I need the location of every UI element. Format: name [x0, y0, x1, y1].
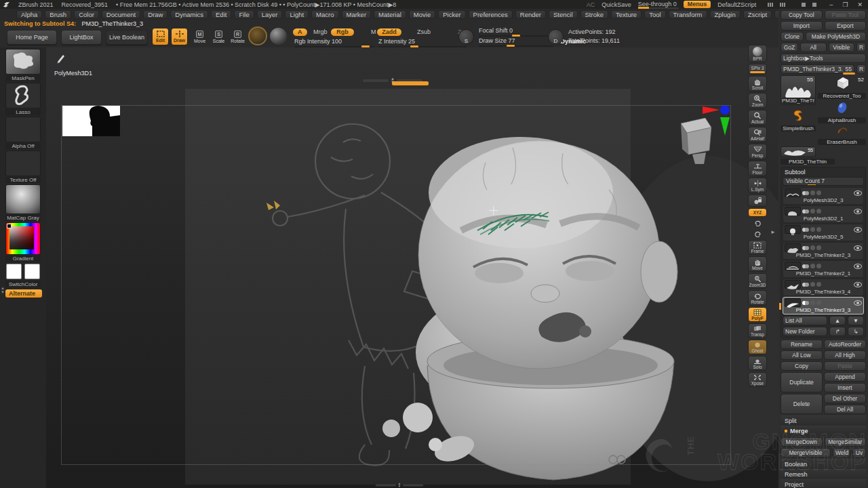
- gizmo-origin[interactable]: [720, 105, 730, 115]
- displacement-toggle-icon[interactable]: [816, 300, 821, 305]
- bpr-button[interactable]: BPR: [748, 45, 767, 62]
- spix-slider[interactable]: SPix 3: [748, 64, 767, 75]
- all-low-button[interactable]: All Low: [781, 350, 823, 360]
- see-through-slider[interactable]: See-through 0: [638, 1, 677, 9]
- cascade-right-icon[interactable]: [812, 3, 821, 7]
- gizmo-y-axis[interactable]: [720, 117, 730, 136]
- menu-stencil[interactable]: Stencil: [549, 10, 578, 19]
- all-high-button[interactable]: All High: [824, 350, 866, 360]
- default-zscript-button[interactable]: DefaultZScript: [717, 1, 756, 8]
- lightbox-button[interactable]: LightBox: [61, 30, 102, 45]
- live-boolean-button[interactable]: Live Boolean: [106, 30, 148, 45]
- menu-light[interactable]: Light: [285, 10, 309, 19]
- visibility-eye-icon[interactable]: [854, 300, 862, 306]
- uv-toggle-icon[interactable]: [810, 282, 815, 287]
- current-brush-preview[interactable]: [248, 26, 267, 45]
- paste-subtool-button[interactable]: Paste: [824, 361, 866, 371]
- uv-toggle[interactable]: Uv: [852, 448, 866, 458]
- zoom-button[interactable]: Zoom: [748, 93, 767, 108]
- edit-button[interactable]: Edit: [152, 28, 169, 45]
- left-tray-handle[interactable]: ▲▼: [0, 286, 5, 294]
- subtool-down-button[interactable]: ▼: [848, 316, 864, 325]
- visible-count-slider[interactable]: Visible Count 7: [783, 177, 864, 186]
- mergesimilar-button[interactable]: MergeSimilar: [825, 437, 867, 447]
- new-folder-button[interactable]: New Folder: [783, 327, 827, 336]
- uv-toggle-icon[interactable]: [810, 190, 815, 195]
- focal-shift-slider[interactable]: Focal Shift 0: [479, 27, 553, 37]
- polypaint-toggle-icon[interactable]: [802, 246, 809, 250]
- displacement-toggle-icon[interactable]: [816, 264, 821, 268]
- alphabrush-icon[interactable]: [835, 101, 849, 115]
- current-stroke-preview[interactable]: [270, 28, 287, 45]
- menu-dynamics[interactable]: Dynamics: [170, 10, 208, 19]
- xyz-rotation-button[interactable]: XYZ: [748, 208, 767, 217]
- rename-button[interactable]: Rename: [781, 340, 823, 349]
- menu-transform[interactable]: Transform: [669, 10, 707, 19]
- visibility-eye-icon[interactable]: [854, 190, 862, 196]
- minimize-button[interactable]: –: [828, 1, 834, 8]
- frame-button[interactable]: Frame: [748, 240, 767, 255]
- menu-movie[interactable]: Movie: [409, 10, 435, 19]
- menu-material[interactable]: Material: [374, 10, 406, 19]
- restore-button[interactable]: ❐: [841, 1, 849, 8]
- subtool-item[interactable]: PM3D_TheThinker3_4: [783, 279, 864, 296]
- secondary-color-swatch[interactable]: [24, 264, 40, 279]
- draw-button[interactable]: Draw: [171, 28, 188, 45]
- texture-slot-button[interactable]: [5, 150, 41, 176]
- goz-all-button[interactable]: All: [800, 43, 827, 52]
- color-picker[interactable]: [5, 222, 41, 255]
- lasso-stroke-button[interactable]: [5, 83, 41, 108]
- weld-toggle[interactable]: Weld: [833, 448, 850, 458]
- menu-zplugin[interactable]: Zplugin: [710, 10, 741, 19]
- xpose-button[interactable]: Xpose: [748, 372, 767, 387]
- menu-texture[interactable]: Texture: [611, 10, 642, 19]
- move-button[interactable]: M Move: [191, 28, 208, 45]
- persp-button[interactable]: Persp: [748, 144, 767, 159]
- stroke-knob[interactable]: S: [458, 29, 474, 45]
- split-section-header[interactable]: Split: [781, 415, 866, 426]
- quicksave-button[interactable]: QuickSave: [601, 1, 631, 8]
- rotate-3d-button[interactable]: Rotate: [748, 290, 767, 306]
- local-symmetry-button[interactable]: L.Sym: [748, 178, 767, 193]
- canvas-scroll-thumb[interactable]: [392, 81, 429, 85]
- alpha-slot-button[interactable]: [5, 117, 41, 142]
- subtool-item[interactable]: PolyMesh3D2_5: [783, 224, 864, 241]
- del-other-button[interactable]: Del Other: [824, 394, 866, 403]
- lock-camera-button[interactable]: [748, 195, 767, 207]
- visibility-eye-icon[interactable]: [854, 264, 862, 269]
- menu-zscript[interactable]: Zscript: [743, 10, 772, 19]
- merge-section-header[interactable]: Merge: [781, 426, 866, 436]
- displacement-toggle-icon[interactable]: [816, 282, 821, 287]
- main-color-swatch[interactable]: [6, 264, 22, 279]
- mergevisible-button[interactable]: MergeVisible: [781, 448, 831, 458]
- zoom3d-button[interactable]: 3D Zoom3D: [748, 273, 767, 289]
- uv-toggle-icon[interactable]: [810, 300, 815, 305]
- tool-r-button[interactable]: R: [856, 64, 866, 74]
- home-page-button[interactable]: Home Page: [7, 30, 57, 45]
- zsub-toggle[interactable]: Zsub: [412, 28, 435, 36]
- right-tray-toggle-icon[interactable]: [780, 3, 790, 7]
- cascade-left-icon[interactable]: [797, 3, 806, 7]
- polypaint-toggle-icon[interactable]: [802, 283, 809, 287]
- menu-file[interactable]: File: [234, 10, 254, 19]
- menu-marker[interactable]: Marker: [342, 10, 372, 19]
- polypaint-toggle-icon[interactable]: [802, 209, 809, 214]
- move-3d-button[interactable]: Move: [748, 256, 767, 272]
- actual-button[interactable]: Actual: [748, 110, 767, 125]
- right-tray-handle[interactable]: ►: [770, 229, 776, 235]
- previous-tool-thumbnail[interactable]: 55: [781, 146, 816, 157]
- subtool-item[interactable]: PolyMesh3D2_1: [783, 205, 864, 223]
- menu-brush[interactable]: Brush: [45, 10, 71, 19]
- menu-layer[interactable]: Layer: [257, 10, 283, 19]
- thinker-sculpt-mesh[interactable]: [382, 137, 677, 480]
- menu-document[interactable]: Document: [102, 10, 140, 19]
- sculpt-canvas[interactable]: PolyMesh3D1 ▲▼ ▲▼: [46, 47, 778, 488]
- scale-button[interactable]: S Scale: [210, 28, 227, 45]
- project-section-header[interactable]: Project: [781, 479, 866, 488]
- simplebrush-icon[interactable]: [791, 109, 806, 123]
- rgb-toggle[interactable]: Rgb: [331, 28, 354, 36]
- density-knob[interactable]: D: [548, 29, 564, 45]
- canvas-bottom-scrollbar[interactable]: ▲▼: [376, 483, 423, 488]
- boolean-section-header[interactable]: Boolean: [781, 459, 866, 469]
- active-tool-thumbnail[interactable]: 55 PM3D_TheThin: [781, 75, 816, 105]
